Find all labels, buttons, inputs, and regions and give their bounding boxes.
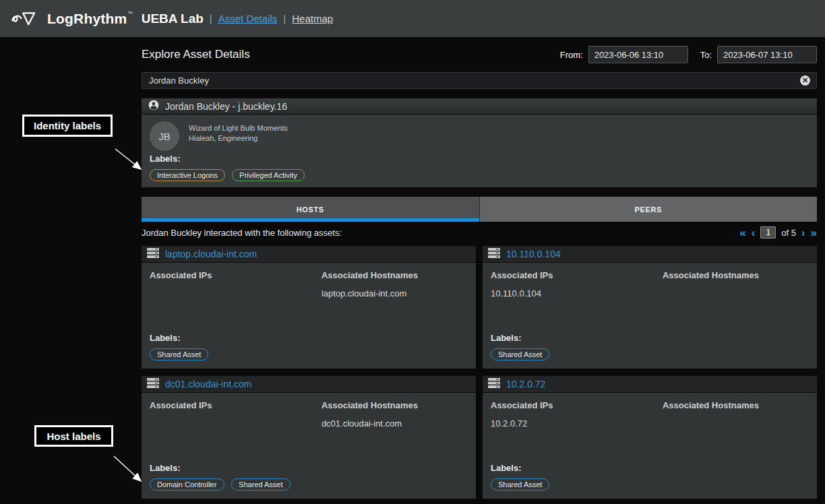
from-label: From: (560, 50, 583, 60)
server-icon (488, 378, 500, 391)
identity-card: Jordan Buckley - j.buckley.16 JB Wizard … (142, 98, 817, 187)
annotation-box-identity-labels: Identity labels (22, 115, 113, 137)
host-card: laptop.cloudai-int.com Associated IPs As… (142, 246, 476, 369)
brand-title: LogRhythm™ (47, 11, 133, 27)
tab-peers-label: PEERS (635, 206, 662, 214)
tab-bar: HOSTS PEERS (142, 197, 817, 222)
last-page-button[interactable]: » (811, 227, 817, 239)
identity-job-title: Wizard of Light Bulb Moments (189, 123, 288, 133)
trademark-mark: ™ (127, 11, 133, 17)
host-label-pill: Shared Asset (491, 478, 549, 491)
host-card-header: laptop.cloudai-int.com (142, 246, 476, 262)
ip-value: 10.2.0.72 (491, 418, 663, 429)
host-link[interactable]: 10.2.0.72 (506, 379, 545, 389)
title-row: Explore Asset Details From: To: (142, 44, 817, 65)
asset-search-bar: ✕ (142, 72, 817, 89)
pagination: « ‹ 1 of 5 › » (739, 226, 817, 239)
top-navigation-bar: LogRhythm™ UEBA Lab | Asset Details | He… (0, 0, 825, 37)
host-label-pill: Shared Asset (150, 348, 208, 360)
associated-hostnames-heading: Associated Hostnames (322, 400, 468, 410)
identity-department: Hialeah, Engineering (189, 133, 288, 144)
host-link[interactable]: dc01.cloudai-int.com (165, 379, 251, 389)
nav-separator: | (283, 13, 286, 24)
identity-name: Jordan Buckley - j.buckley.16 (165, 101, 287, 112)
clear-search-icon[interactable]: ✕ (800, 75, 810, 86)
host-labels-heading: Labels: (150, 463, 468, 473)
host-card-body: Associated IPs Associated Hostnames lapt… (142, 263, 476, 369)
associated-hostnames-heading: Associated Hostnames (663, 270, 809, 280)
identity-label-pill: Privileged Activity (232, 169, 305, 181)
host-card-body: Associated IPs Associated Hostnames 10.1… (483, 263, 817, 369)
ip-value: 10.110.0.104 (491, 288, 663, 299)
host-card-header: dc01.cloudai-int.com (142, 376, 476, 392)
associated-ips-heading: Associated IPs (150, 400, 322, 410)
identity-info: Wizard of Light Bulb Moments Hialeah, En… (189, 123, 288, 144)
avatar: JB (150, 121, 179, 151)
identity-card-header: Jordan Buckley - j.buckley.16 (142, 98, 817, 114)
host-card-body: Associated IPs Associated Hostnames 10.2… (483, 393, 817, 499)
nav-link-asset-details[interactable]: Asset Details (218, 13, 278, 24)
identity-labels-heading: Labels: (150, 154, 181, 164)
host-label-pill: Shared Asset (491, 348, 549, 360)
server-icon (147, 378, 159, 391)
annotation-arrow-identity (115, 149, 141, 169)
host-labels-block: Labels: Shared Asset (491, 333, 809, 360)
page-count-label: of 5 (781, 228, 796, 238)
associated-ips-heading: Associated IPs (150, 270, 322, 280)
identity-label-pill: Interactive Logons (150, 169, 225, 181)
first-page-button[interactable]: « (739, 227, 745, 239)
tab-hosts[interactable]: HOSTS (142, 197, 480, 222)
to-date-input[interactable] (717, 46, 817, 63)
host-label-pill: Domain Controller (150, 478, 224, 491)
identity-labels: Interactive Logons Privileged Activity (150, 168, 309, 181)
server-icon (147, 248, 159, 261)
next-page-button[interactable]: › (801, 227, 805, 239)
host-card: 10.2.0.72 Associated IPs Associated Host… (483, 376, 817, 499)
host-labels-heading: Labels: (491, 463, 809, 473)
identity-card-body: JB Wizard of Light Bulb Moments Hialeah,… (142, 115, 817, 187)
page-number[interactable]: 1 (760, 226, 776, 239)
annotation-box-host-labels: Host labels (34, 425, 113, 447)
host-card: dc01.cloudai-int.com Associated IPs Asso… (142, 376, 476, 499)
to-label: To: (700, 50, 712, 60)
tab-peers[interactable]: PEERS (480, 197, 818, 222)
nav-separator: | (210, 13, 212, 24)
from-date-input[interactable] (588, 46, 688, 63)
host-link[interactable]: laptop.cloudai-int.com (165, 249, 257, 259)
hostname-value: dc01.cloudai-int.com (322, 418, 468, 429)
associated-ips-heading: Associated IPs (491, 400, 663, 410)
person-icon (148, 100, 159, 113)
host-card-header: 10.2.0.72 (483, 376, 817, 392)
host-labels-block: Labels: Domain Controller Shared Asset (150, 463, 468, 491)
host-card-body: Associated IPs Associated Hostnames dc01… (142, 393, 476, 499)
associated-hostnames-heading: Associated Hostnames (322, 270, 468, 280)
associated-ips-heading: Associated IPs (491, 270, 663, 280)
previous-page-button[interactable]: ‹ (752, 227, 756, 239)
server-icon (488, 248, 500, 261)
host-card: 10.110.0.104 Associated IPs Associated H… (483, 246, 817, 369)
host-labels-block: Labels: Shared Asset (150, 333, 468, 360)
results-summary: Jordan Buckley interacted with the follo… (142, 228, 739, 238)
results-row: Jordan Buckley interacted with the follo… (142, 224, 817, 241)
active-tab-underline (142, 218, 479, 222)
search-input[interactable] (142, 73, 800, 88)
page-title: Explore Asset Details (142, 48, 560, 61)
ip-value (150, 418, 322, 429)
host-labels-heading: Labels: (150, 333, 468, 343)
hostname-value (663, 418, 809, 429)
host-link[interactable]: 10.110.0.104 (506, 249, 561, 259)
host-labels-block: Labels: Shared Asset (491, 463, 809, 491)
logrhythm-logo-icon (11, 8, 40, 30)
nav-link-heatmap[interactable]: Heatmap (292, 13, 333, 24)
host-label-pill: Shared Asset (231, 478, 290, 491)
host-card-header: 10.110.0.104 (483, 246, 817, 262)
tab-hosts-label: HOSTS (297, 206, 324, 214)
associated-hostnames-heading: Associated Hostnames (663, 400, 809, 410)
host-labels-heading: Labels: (491, 333, 809, 343)
hostname-value: laptop.cloudai-int.com (322, 288, 468, 299)
ip-value (150, 288, 322, 299)
app-title: UEBA Lab (142, 11, 204, 26)
annotation-arrow-host (114, 456, 141, 481)
hostname-value (663, 288, 809, 299)
